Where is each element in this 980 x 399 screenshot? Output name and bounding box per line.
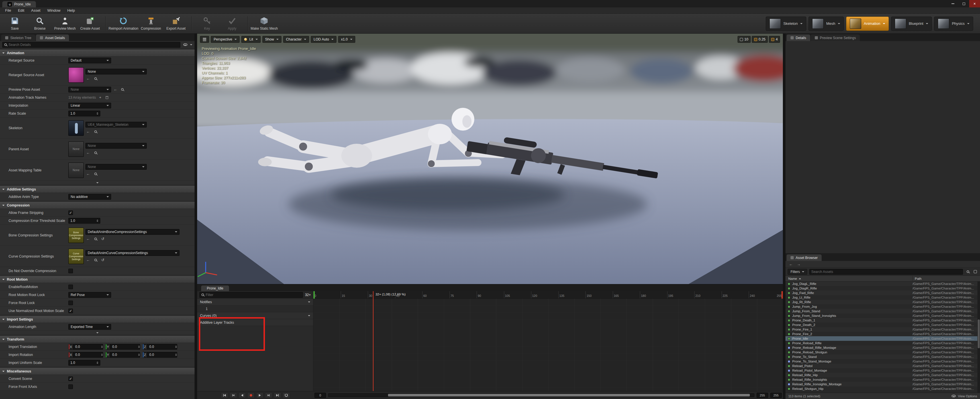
asset-row[interactable]: Jog_DiagL_Rifle /Game/FPS_Game/Character… bbox=[786, 281, 980, 286]
notifies-track-row[interactable]: Notifies bbox=[197, 298, 313, 305]
show-menu-button[interactable]: Show bbox=[262, 36, 282, 43]
enable-root-motion-checkbox[interactable] bbox=[68, 285, 73, 289]
section-import-settings[interactable]: Import Settings bbox=[0, 316, 194, 323]
browse-to-asset-icon[interactable] bbox=[93, 171, 98, 176]
step-back-button[interactable] bbox=[230, 393, 237, 398]
asset-row[interactable]: Jog_Lt_Rifle /Game/FPS_Game/Character/TP… bbox=[786, 295, 980, 300]
spinner-icon[interactable] bbox=[138, 345, 140, 349]
playback-speed-button[interactable]: x1.0 bbox=[338, 36, 355, 43]
save-search-icon[interactable] bbox=[973, 269, 978, 275]
import-rotation-x-field[interactable]: X0.0 bbox=[68, 352, 103, 358]
character-menu-button[interactable]: Character bbox=[283, 36, 309, 43]
asset-row[interactable]: Jog_Fwd_Rifle /Game/FPS_Game/Character/T… bbox=[786, 290, 980, 295]
perspective-button[interactable]: Perspective bbox=[211, 36, 240, 43]
apply-button[interactable]: Apply bbox=[220, 15, 245, 32]
use-selected-icon[interactable]: ← bbox=[86, 257, 91, 262]
track-options-caret[interactable] bbox=[308, 302, 310, 304]
curve-compression-dropdown[interactable]: DefaultAnimCurveCompressionSettings bbox=[86, 250, 180, 256]
play-reverse-button[interactable] bbox=[239, 393, 246, 398]
asset-row[interactable]: Reload_Shotgun_Hip /Game/FPS_Game/Charac… bbox=[786, 386, 980, 391]
preview-viewport[interactable]: Perspective Lit Show Character LOD Auto … bbox=[197, 34, 783, 284]
use-selected-icon[interactable]: ← bbox=[86, 171, 91, 176]
asset-row[interactable]: Jog_DiagR_Rifle /Game/FPS_Game/Character… bbox=[786, 286, 980, 290]
tab-asset-browser[interactable]: Asset Browser bbox=[787, 254, 822, 261]
browse-to-asset-icon[interactable] bbox=[93, 150, 98, 155]
import-rotation-y-field[interactable]: Y0.0 bbox=[105, 352, 140, 358]
rotate-snap-button[interactable]: 4 bbox=[769, 36, 780, 43]
details-eye-icon[interactable] bbox=[183, 42, 188, 47]
section-additive-settings[interactable]: Additive Settings bbox=[0, 186, 194, 193]
curve-compression-thumbnail[interactable]: Curve Compression Settings bbox=[68, 249, 84, 264]
spinner-icon[interactable] bbox=[101, 353, 103, 357]
mode-skeleton-button[interactable]: Skeleton bbox=[766, 16, 807, 31]
asset-mapping-table-dropdown[interactable]: None bbox=[86, 164, 147, 170]
section-miscellaneous[interactable]: Miscellaneous bbox=[0, 368, 194, 375]
asset-row[interactable]: Prone_Death_1 /Game/FPS_Game/Character/T… bbox=[786, 318, 980, 322]
playhead[interactable] bbox=[373, 291, 374, 391]
column-header-name[interactable]: Name bbox=[786, 276, 913, 281]
create-asset-button[interactable]: Create Asset bbox=[78, 15, 103, 32]
tab-asset-details[interactable]: Asset Details bbox=[36, 35, 69, 41]
playback-range-end-marker[interactable] bbox=[781, 291, 783, 298]
browse-to-asset-icon[interactable] bbox=[93, 129, 98, 134]
key-button[interactable]: Key bbox=[194, 15, 220, 32]
asset-row[interactable]: Reload_Pistol /Game/FPS_Game/Character/T… bbox=[786, 364, 980, 368]
asset-row[interactable]: Jump_From_Stand /Game/FPS_Game/Character… bbox=[786, 309, 980, 313]
compression-error-threshold-field[interactable]: 1.0 bbox=[68, 218, 100, 223]
do-not-override-compression-checkbox[interactable] bbox=[68, 269, 73, 273]
menu-item[interactable]: Window bbox=[44, 8, 64, 13]
bone-compression-thumbnail[interactable]: Bone Compression Settings bbox=[68, 228, 84, 243]
scrollbar-thumb[interactable] bbox=[978, 319, 980, 348]
asset-row[interactable]: Reload_Rifle_Hip /Game/FPS_Game/Characte… bbox=[786, 373, 980, 377]
asset-list[interactable]: Jog_DiagL_Rifle /Game/FPS_Game/Character… bbox=[786, 281, 980, 393]
animation-length-dropdown[interactable]: Exported Time bbox=[68, 324, 111, 330]
asset-row[interactable]: Reload_Rifle_Ironsights_Montage /Game/FP… bbox=[786, 382, 980, 386]
browse-to-asset-icon[interactable] bbox=[93, 257, 98, 262]
asset-row[interactable]: Prone_To_Stand /Game/FPS_Game/Character/… bbox=[786, 354, 980, 359]
additive-anim-type-dropdown[interactable]: No additive bbox=[68, 194, 111, 200]
camera-speed-button[interactable]: 10 bbox=[738, 36, 751, 43]
asset-row[interactable]: Reload_Rifle_Ironsights /Game/FPS_Game/C… bbox=[786, 377, 980, 382]
reset-to-default-icon[interactable]: ↺ bbox=[100, 236, 105, 241]
history-forward-icon[interactable]: ← bbox=[796, 262, 801, 267]
browse-to-asset-icon[interactable] bbox=[120, 87, 125, 92]
tab-details[interactable]: Details bbox=[787, 35, 810, 41]
asset-search-box[interactable] bbox=[809, 269, 963, 275]
export-asset-button[interactable]: Export Asset bbox=[164, 15, 189, 32]
history-back-icon[interactable]: ← bbox=[788, 262, 794, 267]
rate-scale-field[interactable]: 1.0 bbox=[68, 111, 100, 117]
expand-advanced-button[interactable] bbox=[0, 181, 194, 185]
spinner-icon[interactable] bbox=[97, 112, 98, 115]
minimize-button[interactable] bbox=[948, 0, 958, 7]
import-translation-y-field[interactable]: Y0.0 bbox=[105, 344, 140, 350]
asset-row[interactable]: Jump_From_Jog /Game/FPS_Game/Character/T… bbox=[786, 304, 980, 309]
use-selected-icon[interactable]: ← bbox=[86, 76, 91, 81]
import-translation-z-field[interactable]: Z0.0 bbox=[142, 344, 177, 350]
section-compression[interactable]: Compression bbox=[0, 202, 194, 209]
asset-row[interactable]: Prone_Death_2 /Game/FPS_Game/Character/T… bbox=[786, 322, 980, 327]
playback-range-start-marker[interactable] bbox=[313, 291, 315, 298]
browse-to-asset-icon[interactable] bbox=[93, 236, 98, 241]
spinner-icon[interactable] bbox=[138, 353, 140, 357]
retarget-source-dropdown[interactable]: Default bbox=[68, 57, 111, 63]
view-options-button[interactable]: View Options bbox=[951, 394, 977, 398]
tab-preview-scene-settings[interactable]: Preview Scene Settings bbox=[811, 35, 860, 41]
skeleton-asset-thumbnail[interactable] bbox=[68, 120, 84, 136]
menu-item[interactable]: Help bbox=[64, 8, 78, 13]
view-range-end[interactable]: 255 bbox=[757, 393, 768, 398]
asset-row[interactable]: Prone_Fire_1 /Game/FPS_Game/Character/TP… bbox=[786, 327, 980, 332]
import-uniform-scale-field[interactable]: 1.0 bbox=[68, 360, 100, 365]
track-filter-input[interactable] bbox=[206, 293, 301, 297]
use-selected-icon[interactable]: ← bbox=[113, 87, 118, 92]
timeline-track-area[interactable]: 0153045607590105120135150165180195210225… bbox=[313, 291, 783, 391]
browse-button[interactable]: Browse bbox=[27, 15, 52, 32]
loop-button[interactable] bbox=[283, 393, 290, 398]
section-root-motion[interactable]: Root Motion bbox=[0, 276, 194, 283]
spinner-icon[interactable] bbox=[175, 345, 177, 349]
details-search-box[interactable] bbox=[2, 42, 180, 48]
column-header-path[interactable]: Path bbox=[913, 277, 980, 280]
skeleton-dropdown[interactable]: UE4_Mannequin_Skeleton bbox=[86, 122, 147, 128]
save-button[interactable]: Save bbox=[2, 15, 27, 32]
asset-row[interactable]: Prone_Reload_Rifle_Montage /Game/FPS_Gam… bbox=[786, 345, 980, 350]
mode-blueprint-button[interactable]: Blueprint bbox=[891, 16, 932, 31]
